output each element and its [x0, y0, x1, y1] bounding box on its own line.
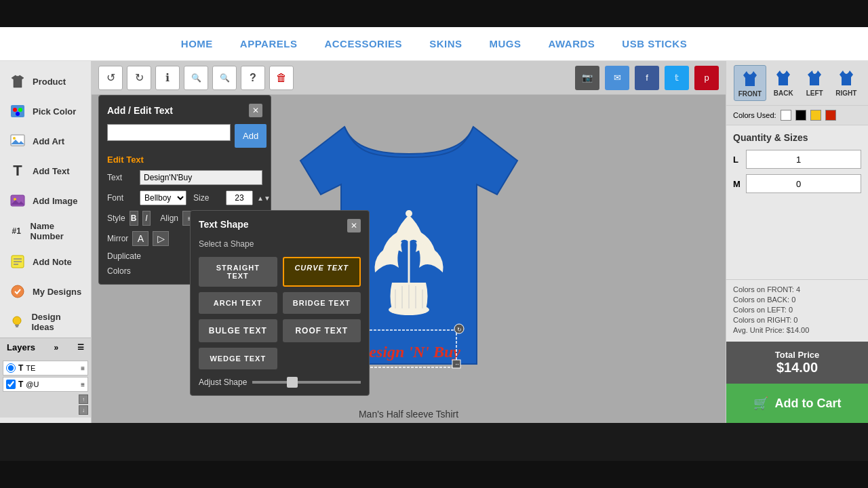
view-back-button[interactable]: BACK	[769, 65, 797, 101]
sidebar-label-name-number: Name Number	[31, 221, 83, 241]
new-text-input[interactable]	[107, 124, 231, 141]
shape-wedge-text[interactable]: WEDGE TEXT	[199, 348, 277, 369]
colors-left: Colors on LEFT: 0	[733, 306, 861, 314]
nav-awards[interactable]: AWARDS	[548, 38, 595, 49]
qty-M-input[interactable]	[746, 174, 861, 193]
sidebar-item-my-designs[interactable]: My Designs	[0, 277, 91, 306]
layers-header[interactable]: Layers » ☰	[0, 338, 91, 357]
edit-text-label: Edit Text	[107, 155, 262, 165]
shape-arch-text[interactable]: ARCH TEXT	[199, 292, 277, 314]
sidebar-item-add-image[interactable]: Add Image	[0, 186, 91, 216]
size-input[interactable]	[226, 190, 253, 205]
shape-options-grid: STRAIGHT TEXT CURVE TEXT ARCH TEXT BRIDG…	[199, 257, 361, 369]
main-nav: HOME APPARELS ACCESSORIES SKINS MUGS AWA…	[0, 27, 868, 61]
sidebar-item-product[interactable]: Product	[0, 66, 91, 96]
pinterest-button[interactable]: p	[694, 66, 719, 90]
total-price-amount: $14.00	[733, 360, 861, 375]
layer-radio-1[interactable]	[6, 363, 16, 373]
sidebar-item-pick-color[interactable]: Pick Color	[0, 96, 91, 126]
my-designs-icon	[8, 282, 27, 301]
mirror-h-button[interactable]: A	[132, 231, 149, 246]
view-left-button[interactable]: LEFT	[800, 65, 829, 101]
bold-button[interactable]: B	[130, 211, 138, 226]
add-edit-text-close-button[interactable]: ✕	[249, 104, 262, 117]
nav-usb-sticks[interactable]: USB STICKS	[622, 38, 687, 49]
shape-bulge-text[interactable]: BULGE TEXT	[199, 319, 277, 342]
shape-roof-text[interactable]: ROOF TEXT	[283, 319, 361, 342]
colors-front: Colors on FRONT: 4	[733, 285, 861, 293]
info-button[interactable]: ℹ	[155, 66, 180, 90]
colors-right: Colors on RIGHT: 0	[733, 316, 861, 324]
sidebar-item-add-note[interactable]: Add Note	[0, 247, 91, 277]
view-left-label: LEFT	[806, 89, 823, 97]
redo-button[interactable]: ↻	[127, 66, 151, 90]
sidebar-item-design-ideas[interactable]: Design Ideas	[0, 306, 91, 338]
svg-point-5	[13, 137, 16, 140]
add-text-button[interactable]: Add	[235, 124, 267, 148]
toolbar-social: 📷 ✉ f 𝕥 p	[575, 66, 719, 90]
svg-point-1	[13, 108, 17, 112]
font-label: Font	[107, 193, 136, 203]
sidebar-item-add-text[interactable]: T Add Text	[0, 156, 91, 186]
text-shape-header: Text Shape ✕	[199, 219, 361, 232]
nav-skins[interactable]: SKINS	[429, 38, 462, 49]
add-text-row: Add	[107, 124, 262, 148]
text-value-input[interactable]	[140, 170, 262, 185]
left-sidebar: Product Pick Color	[0, 61, 92, 423]
email-button[interactable]: ✉	[605, 66, 629, 90]
layer-item-1[interactable]: T TE ≡	[3, 361, 88, 375]
text-shape-close-button[interactable]: ✕	[347, 219, 361, 232]
svg-point-3	[16, 112, 20, 116]
screenshot-button[interactable]: 📷	[575, 66, 599, 90]
layers-panel: T TE ≡ T @U ≡ ↑ ↓	[0, 357, 91, 418]
mirror-v-button[interactable]: ◁	[153, 231, 169, 246]
add-to-cart-button[interactable]: 🛒 Add to Cart	[726, 384, 868, 423]
text-icon: T	[8, 161, 27, 180]
nav-home[interactable]: HOME	[181, 38, 213, 49]
color-info-section: Colors on FRONT: 4 Colors on BACK: 0 Col…	[726, 279, 868, 342]
art-icon	[8, 131, 27, 150]
font-select[interactable]: Bellboy Arial Georgia	[140, 190, 186, 205]
layers-expand-icon: »	[54, 343, 59, 352]
svg-text:Design 'N' Buy: Design 'N' Buy	[356, 343, 460, 361]
adjust-shape-slider[interactable]	[252, 381, 361, 384]
cart-icon: 🛒	[753, 396, 768, 411]
svg-rect-14	[15, 325, 19, 326]
shape-bridge-text[interactable]: BRIDGE TEXT	[283, 292, 361, 314]
view-right-button[interactable]: RIGHT	[831, 65, 861, 101]
twitter-button[interactable]: 𝕥	[665, 66, 689, 90]
help-button[interactable]: ?	[241, 66, 265, 90]
colors-used-label: Colors Used:	[733, 111, 776, 119]
qty-L-input[interactable]	[746, 150, 861, 169]
nav-accessories[interactable]: ACCESSORIES	[324, 38, 402, 49]
style-label: Style	[107, 214, 125, 223]
layer-check-2[interactable]	[6, 380, 16, 389]
font-field-row: Font Bellboy Arial Georgia Size ▲▼	[107, 190, 262, 205]
layer-icon-text: T	[18, 363, 23, 373]
undo-button[interactable]: ↺	[98, 66, 123, 90]
zoom-in-button[interactable]: 🔍	[184, 66, 208, 90]
sidebar-label-add-image: Add Image	[33, 196, 77, 206]
layer-item-2[interactable]: T @U ≡	[3, 377, 88, 392]
size-stepper[interactable]: ▲▼	[257, 195, 271, 202]
nav-mugs[interactable]: MUGS	[489, 38, 521, 49]
view-buttons: FRONT BACK LEFT	[726, 61, 868, 106]
note-icon	[8, 252, 27, 271]
shape-straight-text[interactable]: STRAIGHT TEXT	[199, 257, 277, 287]
name-number-icon: #1	[8, 222, 25, 241]
sidebar-item-add-art[interactable]: Add Art	[0, 126, 91, 156]
size-M-label: M	[733, 179, 746, 189]
delete-button[interactable]: 🗑	[269, 66, 294, 90]
design-canvas[interactable]: Design 'N' Buy + ↻ ✕	[92, 95, 726, 423]
zoom-out-button[interactable]: 🔍	[212, 66, 237, 90]
sidebar-label-pick-color: Pick Color	[33, 106, 76, 117]
italic-button[interactable]: I	[142, 211, 151, 226]
facebook-button[interactable]: f	[635, 66, 659, 90]
shape-curve-text[interactable]: CURVE TEXT	[283, 257, 361, 287]
view-front-button[interactable]: FRONT	[734, 65, 766, 101]
adjust-shape-row: Adjust Shape	[199, 378, 361, 387]
sidebar-item-name-number[interactable]: #1 Name Number	[0, 216, 91, 247]
right-panel: FRONT BACK LEFT	[726, 61, 868, 423]
nav-apparels[interactable]: APPARELS	[240, 38, 298, 49]
shirt-icon	[8, 72, 27, 91]
